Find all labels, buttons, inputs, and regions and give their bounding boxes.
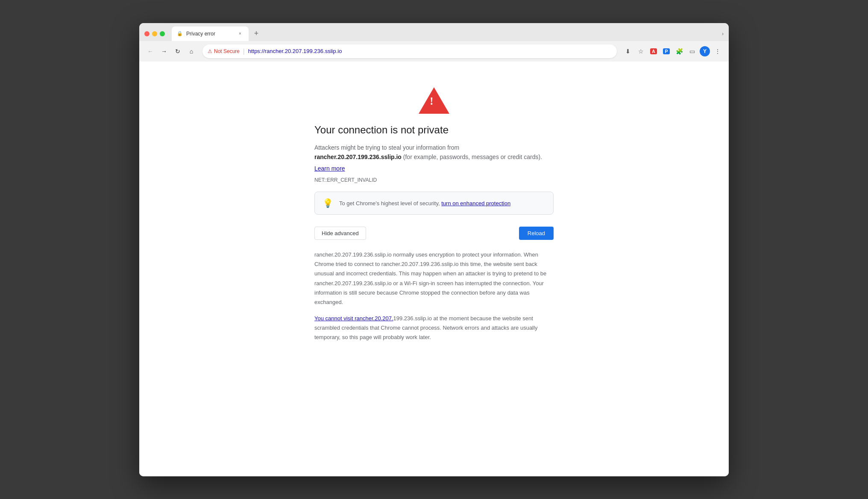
home-icon: ⌂: [190, 48, 193, 55]
cannot-visit-link[interactable]: You cannot visit rancher.20.207.: [314, 315, 393, 322]
error-hostname: rancher.20.207.199.236.sslip.io: [314, 154, 402, 160]
browser-window: 🔒 Privacy error × + › ← → ↻ ⌂: [139, 23, 729, 476]
tab-close-button[interactable]: ×: [237, 30, 243, 37]
warning-icon: ⚠: [208, 48, 212, 54]
address-separator: |: [243, 48, 245, 55]
error-description-line2: (for example, passwords, messages or cre…: [403, 154, 542, 160]
error-description-line1: Attackers might be trying to steal your …: [314, 144, 459, 151]
lightbulb-icon: 💡: [323, 198, 333, 208]
advanced-text: rancher.20.207.199.236.sslip.io normally…: [314, 250, 554, 307]
extension1-button[interactable]: A: [648, 45, 660, 57]
title-bar: 🔒 Privacy error × + › ← → ↻ ⌂: [139, 23, 729, 62]
tab-favicon-icon: 🔒: [177, 31, 183, 37]
tab-scroll-right-icon: ›: [722, 31, 724, 37]
extension2-icon: P: [663, 48, 669, 54]
forward-icon: →: [161, 48, 167, 55]
reload-page-button[interactable]: Reload: [519, 227, 554, 240]
download-button[interactable]: ⬇: [622, 45, 634, 57]
download-icon: ⬇: [625, 48, 630, 55]
error-description: Attackers might be trying to steal your …: [314, 143, 542, 162]
profile-button[interactable]: Y: [699, 45, 711, 57]
active-tab[interactable]: 🔒 Privacy error ×: [172, 27, 249, 41]
cast-icon: ▭: [689, 48, 695, 55]
tab-bar: 🔒 Privacy error × + ›: [139, 23, 729, 41]
warning-triangle-icon: [419, 87, 449, 114]
security-suggestion-text: To get Chrome's highest level of securit…: [339, 200, 510, 207]
not-secure-indicator: ⚠ Not Secure: [208, 48, 240, 54]
reload-button[interactable]: ↻: [172, 45, 184, 57]
security-suggestion-box: 💡 To get Chrome's highest level of secur…: [314, 192, 554, 215]
cannot-visit-text: You cannot visit rancher.20.207.199.236.…: [314, 314, 554, 342]
not-secure-label: Not Secure: [214, 48, 240, 54]
enhanced-protection-link[interactable]: turn on enhanced protection: [441, 200, 510, 207]
window-controls: [144, 31, 165, 36]
page-content: Your connection is not private Attackers…: [139, 62, 729, 476]
menu-button[interactable]: ⋮: [712, 45, 724, 57]
extension1-icon: A: [650, 48, 657, 54]
home-button[interactable]: ⌂: [185, 45, 197, 57]
error-code: NET::ERR_CERT_INVALID: [314, 177, 377, 183]
bookmark-button[interactable]: ☆: [635, 45, 647, 57]
forward-button[interactable]: →: [158, 45, 170, 57]
error-title: Your connection is not private: [314, 124, 449, 136]
extensions-button[interactable]: 🧩: [673, 45, 685, 57]
cast-button[interactable]: ▭: [686, 45, 698, 57]
puzzle-icon: 🧩: [676, 48, 683, 55]
extension2-button[interactable]: P: [660, 45, 672, 57]
address-bar: ← → ↻ ⌂ ⚠ Not Secure | https://rancher.2…: [139, 41, 729, 62]
star-icon: ☆: [638, 48, 644, 55]
security-text-prefix: To get Chrome's highest level of securit…: [339, 200, 441, 207]
error-container: Your connection is not private Attackers…: [314, 87, 554, 343]
tab-title: Privacy error: [186, 31, 233, 37]
button-row: Hide advanced Reload: [314, 227, 554, 240]
maximize-button[interactable]: [160, 31, 165, 36]
minimize-button[interactable]: [152, 31, 157, 36]
learn-more-link[interactable]: Learn more: [314, 165, 345, 172]
new-tab-button[interactable]: +: [250, 28, 262, 40]
back-button[interactable]: ←: [144, 45, 156, 57]
toolbar-right: ⬇ ☆ A P 🧩 ▭ Y: [622, 45, 724, 57]
close-button[interactable]: [144, 31, 150, 36]
avatar: Y: [700, 46, 710, 56]
address-url: https://rancher.20.207.199.236.sslip.io: [248, 48, 612, 54]
hide-advanced-button[interactable]: Hide advanced: [314, 227, 366, 240]
back-icon: ←: [147, 48, 153, 55]
reload-icon: ↻: [175, 48, 180, 55]
menu-icon: ⋮: [715, 48, 721, 55]
address-input[interactable]: ⚠ Not Secure | https://rancher.20.207.19…: [202, 44, 617, 58]
